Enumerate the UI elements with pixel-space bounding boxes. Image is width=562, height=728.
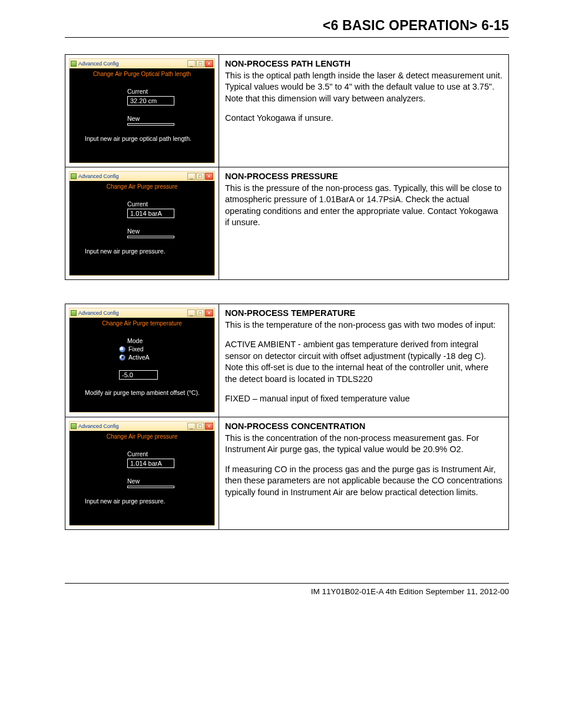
minimize-button[interactable]: _: [187, 173, 196, 180]
close-button[interactable]: ×: [205, 60, 213, 67]
close-button[interactable]: ×: [205, 173, 213, 180]
new-input[interactable]: [127, 486, 174, 488]
instruction-text: Modify air purge temp ambient offset (°C…: [85, 389, 210, 396]
window-title: Advanced Config: [78, 423, 119, 429]
desc-body: This is the pressure of the non-process …: [225, 183, 503, 229]
window-title: Advanced Config: [78, 173, 119, 179]
dialog-subtitle: Change Air Purge pressure: [74, 183, 210, 190]
current-value: 1.014 barA: [127, 459, 174, 468]
dialog-concentration: Advanced Config _ □ × Change Air Purge p…: [69, 421, 215, 526]
desc-body2: ACTIVE AMBIENT - ambient gas temperature…: [225, 339, 503, 385]
desc-title: Non-Process Temperature: [225, 308, 355, 318]
dialog-pressure: Advanced Config _ □ × Change Air Purge p…: [69, 171, 215, 276]
current-label: Current: [127, 88, 210, 95]
maximize-button[interactable]: □: [196, 173, 204, 180]
table-2: Advanced Config _ □ × Change Air Purge t…: [65, 304, 509, 530]
instruction-text: Input new air purge optical path length.: [85, 135, 210, 142]
dialog-subtitle: Change Air Purge pressure: [74, 433, 210, 440]
current-value: 1.014 barA: [127, 209, 174, 218]
instruction-text: Input new air purge pressure.: [85, 498, 210, 505]
current-label: Current: [127, 450, 210, 457]
radio-fixed-label: Fixed: [128, 345, 144, 353]
dialog-temperature: Advanced Config _ □ × Change Air Purge t…: [69, 308, 215, 413]
app-icon: [71, 310, 77, 316]
new-input[interactable]: [127, 236, 174, 238]
dialog-path-length: Advanced Config _ □ × Change Air Purge O…: [69, 58, 215, 163]
desc-title: Non-Process Path Length: [225, 59, 351, 68]
desc-title: Non-Process Pressure: [225, 172, 338, 181]
maximize-button[interactable]: □: [196, 60, 204, 67]
desc-body: This is the concentration of the non-pro…: [225, 433, 503, 456]
dialog-subtitle: Change Air Purge temperature: [74, 320, 210, 327]
new-label: New: [127, 115, 210, 122]
page-footer: IM 11Y01B02-01E-A 4th Edition September …: [65, 583, 509, 596]
radio-fixed[interactable]: [119, 346, 125, 353]
desc-body2: Contact Yokogawa if unsure.: [225, 113, 503, 124]
window-title: Advanced Config: [78, 61, 119, 67]
instruction-text: Input new air purge pressure.: [85, 248, 210, 255]
minimize-button[interactable]: _: [187, 423, 196, 430]
dialog-subtitle: Change Air Purge Optical Path length: [74, 71, 210, 77]
new-label: New: [127, 228, 210, 235]
close-button[interactable]: ×: [205, 423, 213, 430]
table-1: Advanced Config _ □ × Change Air Purge O…: [65, 54, 509, 280]
page-header: <6 BASIC OPERATION> 6-15: [65, 18, 509, 38]
desc-body: This is the temperature of the non-proce…: [225, 319, 503, 331]
new-label: New: [127, 477, 210, 485]
mode-label: Mode: [127, 337, 210, 344]
app-icon: [71, 61, 77, 67]
desc-body3: FIXED – manual input of fixed temperatur…: [225, 393, 503, 405]
offset-input[interactable]: -5.0: [119, 370, 158, 380]
current-label: Current: [127, 200, 210, 207]
maximize-button[interactable]: □: [196, 423, 204, 430]
app-icon: [71, 173, 77, 179]
new-input[interactable]: [127, 123, 174, 126]
maximize-button[interactable]: □: [196, 309, 204, 317]
window-title: Advanced Config: [78, 310, 119, 316]
minimize-button[interactable]: _: [187, 309, 196, 317]
desc-title: Non-Process Concentration: [225, 421, 365, 431]
desc-body2: If measuring CO in the process gas and t…: [225, 464, 503, 499]
radio-active-label: ActiveA: [128, 354, 150, 361]
radio-active[interactable]: [119, 354, 125, 361]
current-value: 32.20 cm: [127, 96, 174, 106]
app-icon: [71, 423, 77, 429]
close-button[interactable]: ×: [205, 309, 213, 317]
minimize-button[interactable]: _: [187, 60, 196, 67]
desc-body: This is the optical path length inside t…: [225, 70, 503, 105]
